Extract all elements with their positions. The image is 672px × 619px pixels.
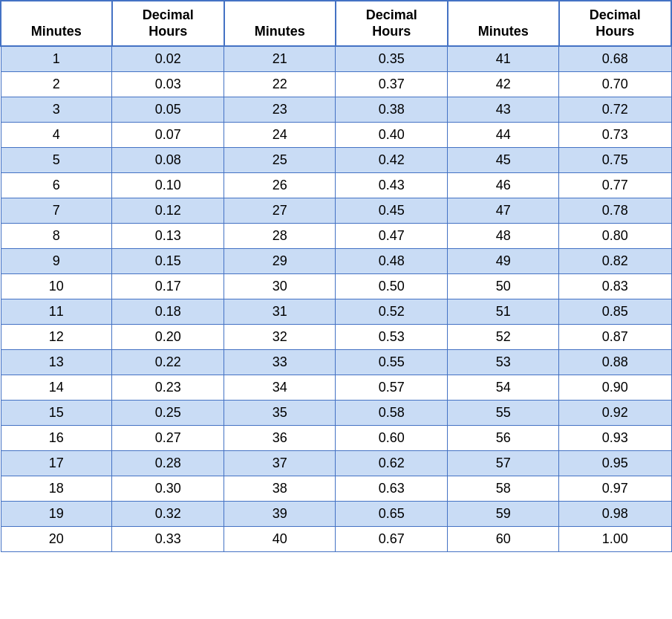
minutes-2-cell: 21 — [224, 46, 336, 72]
table-row: 60.10260.43460.77 — [1, 173, 671, 198]
minutes-1-cell: 15 — [1, 401, 112, 426]
decimal-2-cell: 0.67 — [336, 527, 448, 552]
decimal-2-cell: 0.42 — [336, 148, 448, 173]
minutes-2-cell: 37 — [224, 451, 336, 476]
minutes-2-cell: 36 — [224, 426, 336, 451]
minutes-1-cell: 14 — [1, 375, 112, 401]
minutes-1-cell: 17 — [1, 451, 112, 476]
minutes-1-cell: 6 — [1, 173, 112, 198]
minutes-3-cell: 43 — [448, 97, 559, 123]
minutes-3-cell: 41 — [448, 46, 559, 72]
col3-header: Minutes — [224, 1, 336, 46]
minutes-2-cell: 38 — [224, 476, 336, 502]
minutes-1-cell: 13 — [1, 350, 112, 375]
minutes-1-cell: 19 — [1, 502, 112, 527]
decimal-3-cell: 0.73 — [559, 123, 671, 148]
col5-header: Minutes — [448, 1, 559, 46]
decimal-3-cell: 0.90 — [559, 375, 671, 401]
decimal-2-cell: 0.58 — [336, 401, 448, 426]
table-body: 10.02210.35410.6820.03220.37420.7030.052… — [1, 46, 671, 552]
table-row: 180.30380.63580.97 — [1, 476, 671, 502]
minutes-2-cell: 29 — [224, 249, 336, 274]
minutes-2-cell: 34 — [224, 375, 336, 401]
minutes-2-cell: 39 — [224, 502, 336, 527]
decimal-3-cell: 0.78 — [559, 198, 671, 224]
decimal-1-cell: 0.30 — [112, 476, 224, 502]
minutes-2-cell: 23 — [224, 97, 336, 123]
table-row: 160.27360.60560.93 — [1, 426, 671, 451]
decimal-2-cell: 0.45 — [336, 198, 448, 224]
table-row: 150.25350.58550.92 — [1, 401, 671, 426]
table-row: 200.33400.67601.00 — [1, 527, 671, 552]
minutes-1-cell: 10 — [1, 274, 112, 299]
minutes-2-cell: 32 — [224, 325, 336, 350]
decimal-1-cell: 0.13 — [112, 224, 224, 249]
minutes-2-cell: 30 — [224, 274, 336, 299]
decimal-1-cell: 0.08 — [112, 148, 224, 173]
decimal-2-cell: 0.63 — [336, 476, 448, 502]
decimal-3-cell: 0.98 — [559, 502, 671, 527]
minutes-3-cell: 50 — [448, 274, 559, 299]
decimal-1-cell: 0.25 — [112, 401, 224, 426]
decimal-1-cell: 0.12 — [112, 198, 224, 224]
decimal-2-cell: 0.62 — [336, 451, 448, 476]
decimal-3-cell: 0.70 — [559, 72, 671, 97]
minutes-2-cell: 26 — [224, 173, 336, 198]
minutes-2-cell: 33 — [224, 350, 336, 375]
decimal-1-cell: 0.10 — [112, 173, 224, 198]
decimal-1-cell: 0.03 — [112, 72, 224, 97]
decimal-3-cell: 0.97 — [559, 476, 671, 502]
table-row: 100.17300.50500.83 — [1, 274, 671, 299]
minutes-2-cell: 35 — [224, 401, 336, 426]
decimal-2-cell: 0.53 — [336, 325, 448, 350]
col4-header: DecimalHours — [336, 1, 448, 46]
table-row: 10.02210.35410.68 — [1, 46, 671, 72]
decimal-2-cell: 0.40 — [336, 123, 448, 148]
minutes-3-cell: 58 — [448, 476, 559, 502]
minutes-1-cell: 3 — [1, 97, 112, 123]
decimal-3-cell: 0.83 — [559, 274, 671, 299]
minutes-3-cell: 49 — [448, 249, 559, 274]
table-row: 70.12270.45470.78 — [1, 198, 671, 224]
decimal-3-cell: 0.68 — [559, 46, 671, 72]
decimal-3-cell: 0.93 — [559, 426, 671, 451]
table-row: 110.18310.52510.85 — [1, 299, 671, 325]
table-row: 90.15290.48490.82 — [1, 249, 671, 274]
decimal-3-cell: 0.88 — [559, 350, 671, 375]
decimal-1-cell: 0.33 — [112, 527, 224, 552]
decimal-3-cell: 0.80 — [559, 224, 671, 249]
decimal-1-cell: 0.07 — [112, 123, 224, 148]
decimal-1-cell: 0.28 — [112, 451, 224, 476]
decimal-3-cell: 0.77 — [559, 173, 671, 198]
decimal-3-cell: 0.85 — [559, 299, 671, 325]
minutes-3-cell: 47 — [448, 198, 559, 224]
minutes-1-cell: 20 — [1, 527, 112, 552]
minutes-3-cell: 56 — [448, 426, 559, 451]
table-row: 190.32390.65590.98 — [1, 502, 671, 527]
col6-header: DecimalHours — [559, 1, 671, 46]
decimal-3-cell: 0.75 — [559, 148, 671, 173]
decimal-1-cell: 0.23 — [112, 375, 224, 401]
minutes-1-cell: 4 — [1, 123, 112, 148]
decimal-1-cell: 0.15 — [112, 249, 224, 274]
table-row: 30.05230.38430.72 — [1, 97, 671, 123]
minutes-1-cell: 18 — [1, 476, 112, 502]
conversion-table: Minutes DecimalHours Minutes DecimalHour… — [0, 0, 672, 552]
decimal-3-cell: 0.95 — [559, 451, 671, 476]
minutes-3-cell: 42 — [448, 72, 559, 97]
table-row: 40.07240.40440.73 — [1, 123, 671, 148]
table-row: 20.03220.37420.70 — [1, 72, 671, 97]
minutes-2-cell: 28 — [224, 224, 336, 249]
minutes-3-cell: 45 — [448, 148, 559, 173]
minutes-2-cell: 22 — [224, 72, 336, 97]
minutes-1-cell: 1 — [1, 46, 112, 72]
decimal-3-cell: 1.00 — [559, 527, 671, 552]
minutes-3-cell: 48 — [448, 224, 559, 249]
minutes-2-cell: 24 — [224, 123, 336, 148]
minutes-3-cell: 59 — [448, 502, 559, 527]
minutes-3-cell: 60 — [448, 527, 559, 552]
minutes-1-cell: 5 — [1, 148, 112, 173]
decimal-3-cell: 0.87 — [559, 325, 671, 350]
decimal-2-cell: 0.57 — [336, 375, 448, 401]
decimal-2-cell: 0.43 — [336, 173, 448, 198]
